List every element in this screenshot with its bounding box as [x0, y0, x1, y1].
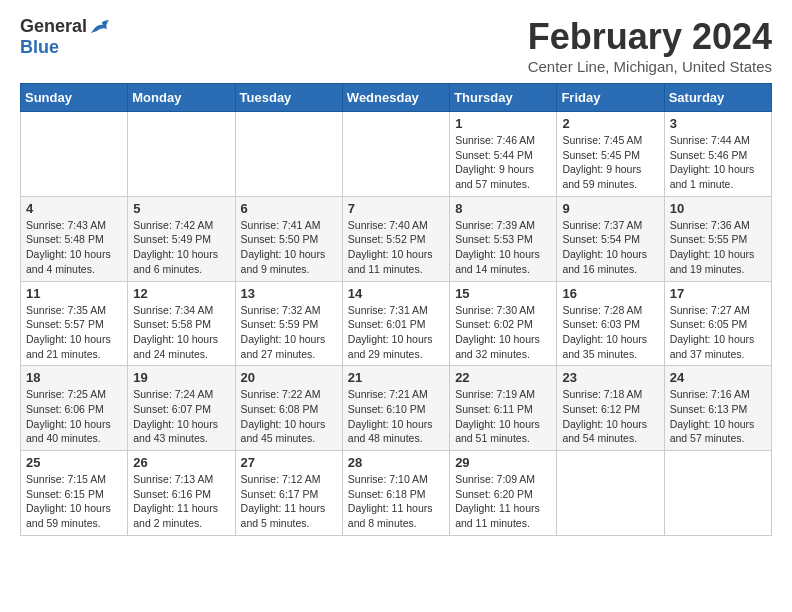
day-info: Sunrise: 7:43 AM Sunset: 5:48 PM Dayligh…: [26, 218, 122, 277]
day-info: Sunrise: 7:22 AM Sunset: 6:08 PM Dayligh…: [241, 387, 337, 446]
logo-blue-text: Blue: [20, 37, 59, 58]
day-number: 25: [26, 455, 122, 470]
calendar-cell: 22Sunrise: 7:19 AM Sunset: 6:11 PM Dayli…: [450, 366, 557, 451]
day-info: Sunrise: 7:32 AM Sunset: 5:59 PM Dayligh…: [241, 303, 337, 362]
header: General Blue February 2024 Center Line, …: [20, 16, 772, 75]
calendar-cell: [21, 112, 128, 197]
day-number: 14: [348, 286, 444, 301]
calendar-cell: 4Sunrise: 7:43 AM Sunset: 5:48 PM Daylig…: [21, 196, 128, 281]
week-row-2: 4Sunrise: 7:43 AM Sunset: 5:48 PM Daylig…: [21, 196, 772, 281]
day-header-friday: Friday: [557, 84, 664, 112]
calendar-cell: 12Sunrise: 7:34 AM Sunset: 5:58 PM Dayli…: [128, 281, 235, 366]
day-info: Sunrise: 7:35 AM Sunset: 5:57 PM Dayligh…: [26, 303, 122, 362]
day-number: 4: [26, 201, 122, 216]
day-header-wednesday: Wednesday: [342, 84, 449, 112]
week-row-1: 1Sunrise: 7:46 AM Sunset: 5:44 PM Daylig…: [21, 112, 772, 197]
day-info: Sunrise: 7:19 AM Sunset: 6:11 PM Dayligh…: [455, 387, 551, 446]
week-row-4: 18Sunrise: 7:25 AM Sunset: 6:06 PM Dayli…: [21, 366, 772, 451]
calendar-cell: 11Sunrise: 7:35 AM Sunset: 5:57 PM Dayli…: [21, 281, 128, 366]
day-info: Sunrise: 7:31 AM Sunset: 6:01 PM Dayligh…: [348, 303, 444, 362]
calendar-cell: 9Sunrise: 7:37 AM Sunset: 5:54 PM Daylig…: [557, 196, 664, 281]
calendar-cell: 21Sunrise: 7:21 AM Sunset: 6:10 PM Dayli…: [342, 366, 449, 451]
calendar-cell: [235, 112, 342, 197]
calendar-cell: 3Sunrise: 7:44 AM Sunset: 5:46 PM Daylig…: [664, 112, 771, 197]
day-number: 11: [26, 286, 122, 301]
day-number: 8: [455, 201, 551, 216]
calendar-cell: [664, 451, 771, 536]
calendar-cell: 18Sunrise: 7:25 AM Sunset: 6:06 PM Dayli…: [21, 366, 128, 451]
month-title: February 2024: [528, 16, 772, 58]
calendar-cell: 27Sunrise: 7:12 AM Sunset: 6:17 PM Dayli…: [235, 451, 342, 536]
day-info: Sunrise: 7:40 AM Sunset: 5:52 PM Dayligh…: [348, 218, 444, 277]
day-number: 15: [455, 286, 551, 301]
calendar-cell: 24Sunrise: 7:16 AM Sunset: 6:13 PM Dayli…: [664, 366, 771, 451]
calendar-cell: [342, 112, 449, 197]
day-number: 2: [562, 116, 658, 131]
calendar-cell: 16Sunrise: 7:28 AM Sunset: 6:03 PM Dayli…: [557, 281, 664, 366]
logo-general-text: General: [20, 16, 87, 37]
week-row-3: 11Sunrise: 7:35 AM Sunset: 5:57 PM Dayli…: [21, 281, 772, 366]
day-number: 22: [455, 370, 551, 385]
day-number: 26: [133, 455, 229, 470]
day-info: Sunrise: 7:45 AM Sunset: 5:45 PM Dayligh…: [562, 133, 658, 192]
calendar-cell: 6Sunrise: 7:41 AM Sunset: 5:50 PM Daylig…: [235, 196, 342, 281]
day-number: 9: [562, 201, 658, 216]
day-number: 13: [241, 286, 337, 301]
week-row-5: 25Sunrise: 7:15 AM Sunset: 6:15 PM Dayli…: [21, 451, 772, 536]
calendar-cell: 26Sunrise: 7:13 AM Sunset: 6:16 PM Dayli…: [128, 451, 235, 536]
day-number: 5: [133, 201, 229, 216]
day-info: Sunrise: 7:25 AM Sunset: 6:06 PM Dayligh…: [26, 387, 122, 446]
day-number: 29: [455, 455, 551, 470]
calendar-cell: 29Sunrise: 7:09 AM Sunset: 6:20 PM Dayli…: [450, 451, 557, 536]
calendar-cell: 8Sunrise: 7:39 AM Sunset: 5:53 PM Daylig…: [450, 196, 557, 281]
day-number: 24: [670, 370, 766, 385]
calendar-cell: 13Sunrise: 7:32 AM Sunset: 5:59 PM Dayli…: [235, 281, 342, 366]
day-number: 18: [26, 370, 122, 385]
logo: General Blue: [20, 16, 111, 58]
day-header-monday: Monday: [128, 84, 235, 112]
day-info: Sunrise: 7:39 AM Sunset: 5:53 PM Dayligh…: [455, 218, 551, 277]
day-number: 10: [670, 201, 766, 216]
calendar-cell: 19Sunrise: 7:24 AM Sunset: 6:07 PM Dayli…: [128, 366, 235, 451]
day-info: Sunrise: 7:15 AM Sunset: 6:15 PM Dayligh…: [26, 472, 122, 531]
day-info: Sunrise: 7:30 AM Sunset: 6:02 PM Dayligh…: [455, 303, 551, 362]
day-info: Sunrise: 7:28 AM Sunset: 6:03 PM Dayligh…: [562, 303, 658, 362]
calendar-cell: [128, 112, 235, 197]
day-header-tuesday: Tuesday: [235, 84, 342, 112]
calendar-cell: 14Sunrise: 7:31 AM Sunset: 6:01 PM Dayli…: [342, 281, 449, 366]
calendar-cell: 2Sunrise: 7:45 AM Sunset: 5:45 PM Daylig…: [557, 112, 664, 197]
calendar-table: SundayMondayTuesdayWednesdayThursdayFrid…: [20, 83, 772, 536]
day-number: 7: [348, 201, 444, 216]
calendar-cell: 1Sunrise: 7:46 AM Sunset: 5:44 PM Daylig…: [450, 112, 557, 197]
day-info: Sunrise: 7:21 AM Sunset: 6:10 PM Dayligh…: [348, 387, 444, 446]
day-info: Sunrise: 7:46 AM Sunset: 5:44 PM Dayligh…: [455, 133, 551, 192]
location-title: Center Line, Michigan, United States: [528, 58, 772, 75]
calendar-cell: 10Sunrise: 7:36 AM Sunset: 5:55 PM Dayli…: [664, 196, 771, 281]
day-info: Sunrise: 7:27 AM Sunset: 6:05 PM Dayligh…: [670, 303, 766, 362]
day-header-saturday: Saturday: [664, 84, 771, 112]
day-number: 21: [348, 370, 444, 385]
day-number: 23: [562, 370, 658, 385]
day-info: Sunrise: 7:41 AM Sunset: 5:50 PM Dayligh…: [241, 218, 337, 277]
calendar-cell: 5Sunrise: 7:42 AM Sunset: 5:49 PM Daylig…: [128, 196, 235, 281]
day-number: 20: [241, 370, 337, 385]
day-info: Sunrise: 7:24 AM Sunset: 6:07 PM Dayligh…: [133, 387, 229, 446]
day-header-sunday: Sunday: [21, 84, 128, 112]
day-header-thursday: Thursday: [450, 84, 557, 112]
day-info: Sunrise: 7:18 AM Sunset: 6:12 PM Dayligh…: [562, 387, 658, 446]
day-number: 3: [670, 116, 766, 131]
day-number: 6: [241, 201, 337, 216]
day-number: 16: [562, 286, 658, 301]
calendar-cell: 7Sunrise: 7:40 AM Sunset: 5:52 PM Daylig…: [342, 196, 449, 281]
calendar-cell: [557, 451, 664, 536]
logo-bird-icon: [89, 19, 111, 35]
calendar-cell: 20Sunrise: 7:22 AM Sunset: 6:08 PM Dayli…: [235, 366, 342, 451]
day-number: 17: [670, 286, 766, 301]
day-info: Sunrise: 7:44 AM Sunset: 5:46 PM Dayligh…: [670, 133, 766, 192]
day-number: 28: [348, 455, 444, 470]
title-area: February 2024 Center Line, Michigan, Uni…: [528, 16, 772, 75]
day-number: 12: [133, 286, 229, 301]
calendar-cell: 28Sunrise: 7:10 AM Sunset: 6:18 PM Dayli…: [342, 451, 449, 536]
calendar-cell: 17Sunrise: 7:27 AM Sunset: 6:05 PM Dayli…: [664, 281, 771, 366]
day-number: 1: [455, 116, 551, 131]
